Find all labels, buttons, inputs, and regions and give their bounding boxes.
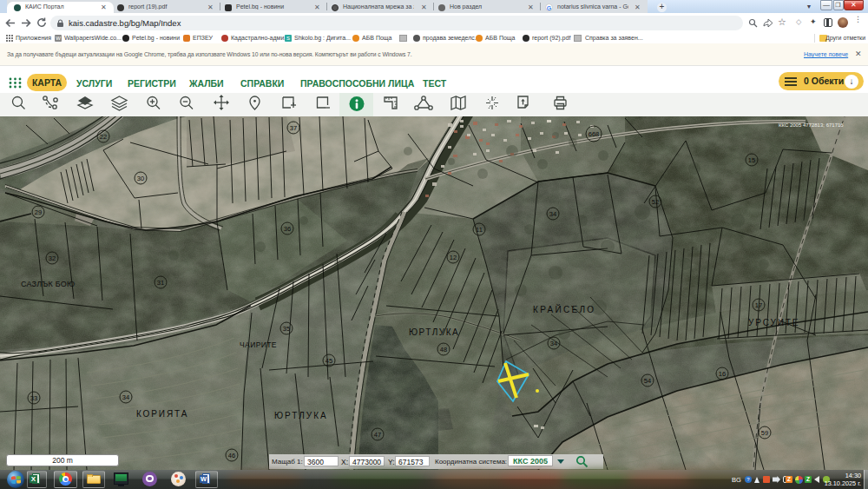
svg-text:36: 36 [284,225,291,233]
svg-text:33: 33 [30,394,37,402]
svg-text:29: 29 [35,208,42,216]
svg-text:52: 52 [652,198,659,206]
svg-text:34: 34 [550,340,557,347]
svg-text:12: 12 [450,254,457,261]
svg-text:ЧАИРИТЕ: ЧАИРИТЕ [240,340,277,349]
svg-text:47: 47 [374,431,381,439]
svg-text:ККС 2005 4772813; 671716: ККС 2005 4772813; 671716 [779,122,844,128]
svg-text:34: 34 [122,393,129,401]
svg-text:45: 45 [326,357,332,365]
svg-text:17: 17 [755,301,762,309]
svg-text:УРСУИТЕ: УРСУИТЕ [748,318,799,327]
svg-text:22: 22 [100,133,107,141]
svg-text:ЮРТЛУКА: ЮРТЛУКА [274,411,328,420]
svg-text:32: 32 [49,254,56,262]
svg-text:46: 46 [228,452,235,459]
svg-text:САЗЛЪК БОЮ: САЗЛЪК БОЮ [21,280,75,288]
svg-text:30: 30 [137,175,144,182]
svg-text:ЮРТЛУКА: ЮРТЛУКА [409,327,459,337]
svg-text:31: 31 [157,279,164,287]
svg-text:16: 16 [719,370,726,378]
svg-text:КОРИЯТА: КОРИЯТА [136,409,188,419]
svg-text:54: 54 [644,377,651,385]
svg-text:59: 59 [761,429,768,437]
svg-text:668: 668 [589,130,600,138]
svg-text:КРАЙСЕЛО: КРАЙСЕЛО [533,304,595,314]
svg-text:11: 11 [476,226,483,234]
svg-text:37: 37 [290,124,297,132]
svg-text:15: 15 [748,156,755,164]
svg-text:34: 34 [549,210,556,218]
svg-text:35: 35 [283,325,290,333]
svg-text:48: 48 [440,346,447,354]
